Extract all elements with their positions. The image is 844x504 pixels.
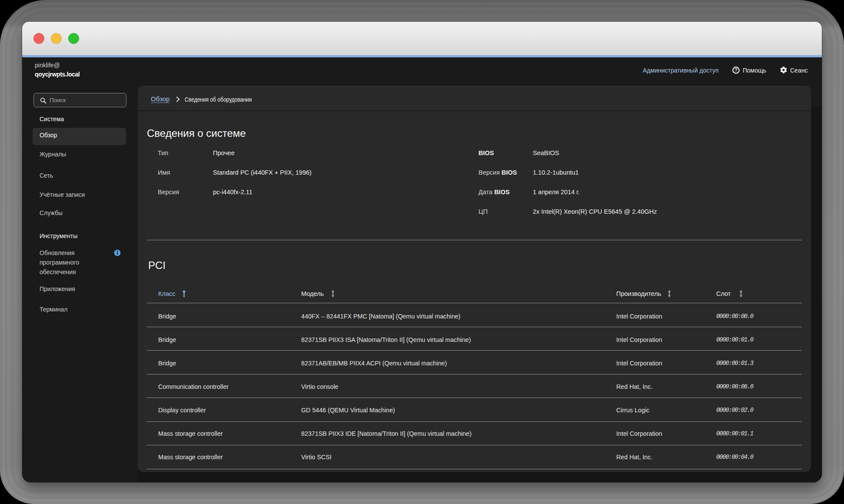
svg-text:?: ? (734, 67, 737, 73)
